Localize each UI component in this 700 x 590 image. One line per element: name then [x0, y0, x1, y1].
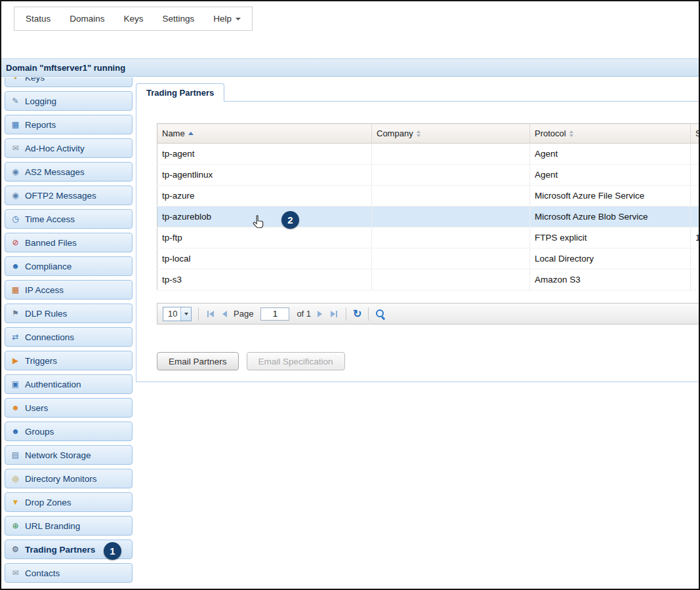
cell-company[interactable]	[372, 248, 530, 269]
clock-icon: ◷	[10, 215, 20, 223]
sidebar-item-connections[interactable]: ⇄ Connections	[5, 327, 133, 347]
table-row[interactable]: tp-ftp FTPS explicit 17	[157, 227, 700, 248]
sidebar-item-oftp2-messages[interactable]: ◉ OFTP2 Messages	[5, 186, 133, 205]
cell-extra[interactable]	[691, 186, 700, 206]
cell-company[interactable]	[372, 186, 530, 206]
table-row[interactable]: tp-azure Microsoft Azure File Service	[157, 186, 700, 206]
cell-company[interactable]	[372, 269, 530, 290]
sidebar-item-logging[interactable]: ✎ Logging	[5, 91, 133, 111]
cell-extra[interactable]	[691, 165, 700, 186]
envelope-icon: ✉	[10, 144, 20, 152]
sidebar-item-keys[interactable]: ✦ Keys	[5, 77, 133, 87]
column-label: Company	[377, 128, 413, 138]
menu-settings[interactable]: Settings	[163, 14, 195, 24]
cell-protocol[interactable]: Local Directory	[530, 248, 691, 269]
menu-help[interactable]: Help	[213, 14, 241, 24]
sidebar-item-label: Users	[25, 403, 48, 413]
next-page-button[interactable]	[316, 311, 324, 317]
column-label: Se	[695, 128, 700, 138]
sidebar-item-label: Logging	[25, 96, 56, 106]
cell-name[interactable]: tp-azure	[157, 186, 372, 206]
storage-icon: ▤	[10, 451, 20, 459]
sidebar-item-dlp-rules[interactable]: ⚑ DLP Rules	[5, 304, 133, 323]
as2-icon: ◉	[10, 168, 20, 176]
cell-extra[interactable]	[691, 269, 700, 290]
last-page-button[interactable]	[329, 311, 339, 317]
sidebar-item-triggers[interactable]: ▶ Triggers	[5, 351, 133, 370]
sidebar-item-url-branding[interactable]: ⊕ URL Branding	[5, 516, 133, 536]
cell-company[interactable]	[372, 206, 530, 227]
tab-trading-partners[interactable]: Trading Partners	[136, 83, 224, 102]
compliance-icon: ☻	[10, 262, 20, 270]
annotation-badge-1: 1	[104, 542, 121, 560]
cell-name[interactable]: tp-agent	[157, 144, 372, 165]
cell-protocol[interactable]: Amazon S3	[530, 269, 691, 290]
sidebar-item-as2-messages[interactable]: ◉ AS2 Messages	[5, 162, 133, 182]
table-row[interactable]: tp-s3 Amazon S3	[157, 269, 700, 290]
sidebar-item-network-storage[interactable]: ▤ Network Storage	[5, 445, 133, 465]
user-icon: ☻	[10, 404, 20, 412]
cell-protocol[interactable]: Microsoft Azure File Service	[530, 186, 691, 206]
cell-name[interactable]: tp-azureblob	[157, 206, 372, 227]
cell-name[interactable]: tp-ftp	[157, 227, 372, 248]
email-partners-button[interactable]: Email Partners	[157, 352, 239, 370]
sidebar-item-directory-monitors[interactable]: ◎ Directory Monitors	[5, 469, 133, 488]
menu-keys[interactable]: Keys	[124, 14, 144, 24]
sidebar-item-reports[interactable]: ▦ Reports	[5, 115, 133, 134]
top-menubar: Status Domains Keys Settings Help	[14, 7, 253, 31]
page-size-select[interactable]: 10	[163, 307, 192, 321]
mouse-cursor-icon	[253, 215, 264, 230]
sidebar-item-drop-zones[interactable]: ▼ Drop Zones	[5, 492, 133, 512]
sidebar-item-authentication[interactable]: ▣ Authentication	[5, 374, 133, 394]
cell-protocol[interactable]: Agent	[530, 165, 691, 186]
sidebar-item-time-access[interactable]: ◷ Time Access	[5, 209, 133, 229]
sidebar-item-adhoc-activity[interactable]: ✉ Ad-Hoc Activity	[5, 138, 133, 158]
cell-name[interactable]: tp-s3	[157, 269, 372, 290]
column-label: Name	[162, 128, 185, 138]
cell-name[interactable]: tp-local	[157, 248, 372, 269]
sidebar-item-label: Trading Partners	[25, 545, 95, 555]
first-page-button[interactable]	[205, 311, 216, 317]
connections-icon: ⇄	[10, 333, 20, 341]
menu-status[interactable]: Status	[26, 14, 51, 24]
column-header-company[interactable]: Company	[372, 124, 530, 144]
column-header-server[interactable]: Se	[691, 124, 700, 144]
cell-protocol[interactable]: Agent	[530, 144, 691, 165]
cell-extra[interactable]: 17	[691, 227, 700, 248]
cell-company[interactable]	[372, 165, 530, 186]
reports-icon: ▦	[10, 121, 20, 128]
refresh-icon[interactable]	[353, 309, 361, 319]
sidebar-item-banned-files[interactable]: ⊘ Banned Files	[5, 233, 133, 252]
cell-company[interactable]	[372, 227, 530, 248]
column-label: Protocol	[535, 128, 566, 138]
tab-label: Trading Partners	[146, 88, 214, 98]
table-row[interactable]: tp-agentlinux Agent	[157, 165, 700, 186]
table-row-highlighted[interactable]: tp-azureblob Microsoft Azure Blob Servic…	[157, 206, 700, 227]
sidebar-item-users[interactable]: ☻ Users	[5, 398, 133, 418]
sidebar-item-label: Drop Zones	[25, 498, 72, 507]
prev-page-button[interactable]	[220, 311, 229, 317]
menu-domains[interactable]: Domains	[70, 14, 104, 24]
sidebar-item-groups[interactable]: ☻ Groups	[5, 422, 133, 441]
cell-extra[interactable]	[691, 206, 700, 227]
column-header-protocol[interactable]: Protocol	[530, 124, 691, 144]
sidebar-item-ip-access[interactable]: ▦ IP Access	[5, 280, 133, 300]
cell-extra[interactable]	[691, 144, 700, 165]
table-row[interactable]: tp-local Local Directory	[157, 248, 700, 269]
cell-extra[interactable]	[691, 248, 700, 269]
flag-icon: ⚑	[10, 309, 20, 317]
search-icon[interactable]	[375, 309, 386, 319]
sidebar-item-compliance[interactable]: ☻ Compliance	[5, 256, 133, 276]
sort-toggle-icon	[417, 130, 421, 137]
table-row[interactable]: tp-agent Agent	[157, 144, 700, 165]
cell-name[interactable]: tp-agentlinux	[157, 165, 372, 186]
cell-protocol[interactable]: Microsoft Azure Blob Service	[530, 206, 691, 227]
cell-protocol[interactable]: FTPS explicit	[530, 227, 691, 248]
cell-company[interactable]	[372, 144, 530, 165]
separator	[346, 307, 346, 321]
column-header-name[interactable]: Name	[157, 124, 372, 144]
page-number-input[interactable]	[260, 307, 289, 321]
sidebar-item-contacts[interactable]: ✉ Contacts	[5, 563, 133, 583]
sidebar-item-label: Ad-Hoc Activity	[25, 144, 85, 153]
pagination-toolbar: 10 Page of 1	[157, 303, 700, 324]
